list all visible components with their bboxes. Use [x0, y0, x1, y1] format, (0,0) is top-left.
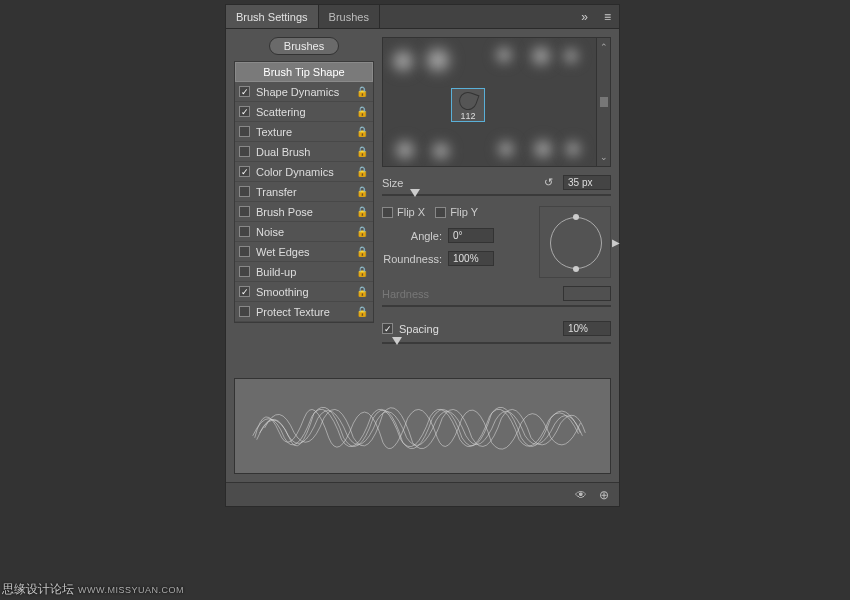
tab-brush-settings[interactable]: Brush Settings	[226, 5, 319, 28]
setting-transfer[interactable]: Transfer🔒	[235, 182, 373, 202]
angle-label: Angle:	[382, 230, 442, 242]
checkbox[interactable]	[239, 306, 250, 317]
spacing-slider[interactable]	[382, 342, 611, 344]
brush-settings-panel: Brush Settings Brushes » ≡ Brushes Brush…	[225, 4, 620, 507]
brush-tip-size-label: 112	[460, 111, 475, 121]
settings-sidebar: Brushes Brush Tip Shape Shape Dynamics🔒 …	[234, 37, 374, 346]
setting-texture[interactable]: Texture🔒	[235, 122, 373, 142]
roundness-input[interactable]	[448, 251, 494, 266]
slider-thumb[interactable]	[410, 189, 420, 197]
roundness-label: Roundness:	[382, 253, 442, 265]
lock-icon[interactable]: 🔒	[355, 206, 369, 217]
size-slider[interactable]	[382, 194, 611, 196]
stroke-preview	[234, 378, 611, 474]
lock-icon[interactable]: 🔒	[355, 266, 369, 277]
spacing-label: Spacing	[399, 323, 439, 335]
scroll-up-icon[interactable]: ⌃	[600, 42, 608, 52]
lock-icon[interactable]: 🔒	[355, 286, 369, 297]
setting-noise[interactable]: Noise🔒	[235, 222, 373, 242]
checkbox[interactable]	[239, 286, 250, 297]
brush-tip-grid[interactable]: 112 ⌃⌄	[382, 37, 611, 167]
checkbox[interactable]	[239, 166, 250, 177]
setting-build-up[interactable]: Build-up🔒	[235, 262, 373, 282]
slider-thumb[interactable]	[392, 337, 402, 345]
checkbox[interactable]	[239, 146, 250, 157]
checkbox[interactable]	[239, 246, 250, 257]
lock-icon[interactable]: 🔒	[355, 126, 369, 137]
checkbox[interactable]	[239, 86, 250, 97]
brush-grid-scrollbar[interactable]: ⌃⌄	[596, 38, 610, 166]
watermark: 思缘设计论坛WWW.MISSYUAN.COM	[2, 581, 184, 598]
setting-protect-texture[interactable]: Protect Texture🔒	[235, 302, 373, 322]
lock-icon[interactable]: 🔒	[355, 166, 369, 177]
lock-icon[interactable]: 🔒	[355, 86, 369, 97]
checkbox[interactable]	[239, 106, 250, 117]
scroll-down-icon[interactable]: ⌄	[600, 152, 608, 162]
flip-x-checkbox[interactable]: Flip X	[382, 206, 425, 218]
lock-icon[interactable]: 🔒	[355, 306, 369, 317]
new-brush-icon[interactable]: ⊕	[599, 488, 609, 502]
spacing-input[interactable]	[563, 321, 611, 336]
hardness-input	[563, 286, 611, 301]
panel-footer: 👁 ⊕	[226, 482, 619, 506]
brush-tip-shape-header[interactable]: Brush Tip Shape	[235, 62, 373, 82]
setting-smoothing[interactable]: Smoothing🔒	[235, 282, 373, 302]
checkbox[interactable]	[239, 266, 250, 277]
angle-dial[interactable]: ▶	[539, 206, 611, 278]
brush-tip-controls: 112 ⌃⌄ Size ↺ Flip X Flip Y Angle:	[382, 37, 611, 346]
reset-size-icon[interactable]: ↺	[539, 176, 557, 189]
brushes-button[interactable]: Brushes	[269, 37, 339, 55]
scrollbar-thumb[interactable]	[600, 97, 608, 107]
checkbox[interactable]	[239, 206, 250, 217]
setting-dual-brush[interactable]: Dual Brush🔒	[235, 142, 373, 162]
lock-icon[interactable]: 🔒	[355, 106, 369, 117]
setting-brush-pose[interactable]: Brush Pose🔒	[235, 202, 373, 222]
tab-bar: Brush Settings Brushes » ≡	[226, 5, 619, 29]
toggle-preview-icon[interactable]: 👁	[575, 488, 587, 502]
hardness-slider	[382, 305, 611, 307]
setting-wet-edges[interactable]: Wet Edges🔒	[235, 242, 373, 262]
checkbox[interactable]	[239, 186, 250, 197]
arrow-right-icon: ▶	[612, 237, 620, 248]
lock-icon[interactable]: 🔒	[355, 186, 369, 197]
angle-input[interactable]	[448, 228, 494, 243]
lock-icon[interactable]: 🔒	[355, 246, 369, 257]
size-input[interactable]	[563, 175, 611, 190]
expand-icon[interactable]: »	[573, 10, 596, 24]
checkbox[interactable]	[239, 126, 250, 137]
lock-icon[interactable]: 🔒	[355, 146, 369, 157]
flip-y-checkbox[interactable]: Flip Y	[435, 206, 478, 218]
setting-scattering[interactable]: Scattering🔒	[235, 102, 373, 122]
setting-shape-dynamics[interactable]: Shape Dynamics🔒	[235, 82, 373, 102]
checkbox[interactable]	[239, 226, 250, 237]
setting-color-dynamics[interactable]: Color Dynamics🔒	[235, 162, 373, 182]
lock-icon[interactable]: 🔒	[355, 226, 369, 237]
tab-brushes[interactable]: Brushes	[319, 5, 380, 28]
size-label: Size	[382, 177, 444, 189]
settings-list: Brush Tip Shape Shape Dynamics🔒 Scatteri…	[234, 61, 374, 323]
spacing-checkbox[interactable]	[382, 323, 393, 334]
panel-menu-icon[interactable]: ≡	[596, 10, 619, 24]
selected-brush-tip[interactable]: 112	[451, 88, 485, 122]
hardness-label: Hardness	[382, 288, 444, 300]
